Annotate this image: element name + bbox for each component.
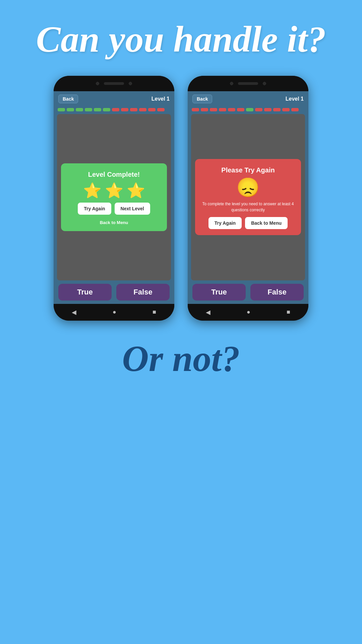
screen-left: Back Level 1 Level Co: [54, 91, 174, 304]
phone-top-bar-right: [188, 76, 308, 91]
success-buttons-row: Try Again Next Level: [78, 203, 150, 215]
nav-back-icon-right[interactable]: ◀: [206, 309, 210, 316]
star-1: ⭐: [83, 183, 102, 198]
next-level-button[interactable]: Next Level: [115, 203, 150, 215]
rseg-5: [228, 108, 235, 111]
rseg-2: [201, 108, 208, 111]
stars-row: ⭐ ⭐ ⭐: [83, 183, 145, 198]
true-button-left[interactable]: True: [58, 284, 112, 301]
screen-header-left: Back Level 1: [54, 91, 174, 107]
bottom-nav-right: ◀ ● ■: [188, 304, 308, 321]
try-again-button-left[interactable]: Try Again: [78, 203, 111, 215]
seg-5: [94, 108, 101, 111]
rseg-3: [210, 108, 217, 111]
rseg-9: [264, 108, 272, 111]
fail-buttons-row: Try Again Back to Menu: [208, 217, 288, 229]
back-to-menu-button-right[interactable]: Back to Menu: [245, 217, 288, 229]
seg-2: [67, 108, 74, 111]
false-button-left[interactable]: False: [116, 284, 170, 301]
screen-header-right: Back Level 1: [188, 91, 308, 107]
phones-row: Back Level 1 Level Co: [54, 76, 308, 321]
nav-home-icon-left[interactable]: ●: [113, 309, 116, 316]
seg-11: [148, 108, 156, 111]
seg-8: [121, 108, 128, 111]
back-button-right[interactable]: Back: [192, 95, 212, 103]
false-button-right[interactable]: False: [250, 284, 304, 301]
true-button-right[interactable]: True: [192, 284, 246, 301]
front-camera2-left: [129, 82, 132, 85]
level-label-right: Level 1: [286, 96, 304, 102]
phone-top-bar-left: [54, 76, 174, 91]
try-again-button-right[interactable]: Try Again: [208, 217, 242, 229]
level-label-left: Level 1: [152, 96, 170, 102]
seg-9: [130, 108, 137, 111]
back-button-left[interactable]: Back: [58, 95, 78, 103]
nav-square-icon-left[interactable]: ■: [153, 309, 156, 316]
success-card: Level Complete! ⭐ ⭐ ⭐ Try Again Next Lev…: [61, 163, 167, 231]
rseg-1: [192, 108, 199, 111]
nav-square-icon-right[interactable]: ■: [287, 309, 290, 316]
seg-6: [103, 108, 110, 111]
phone-right: Back Level 1 Please T: [188, 76, 308, 321]
headline: Can you handle it?: [36, 20, 326, 59]
progress-bar-right: [188, 107, 308, 114]
seg-12: [157, 108, 165, 111]
game-area-left: Level Complete! ⭐ ⭐ ⭐ Try Again Next Lev…: [57, 114, 171, 280]
rseg-8: [255, 108, 262, 111]
seg-7: [112, 108, 119, 111]
seg-10: [139, 108, 146, 111]
rseg-6: [237, 108, 244, 111]
phone-left: Back Level 1 Level Co: [54, 76, 174, 321]
rseg-12: [291, 108, 299, 111]
fail-card: Please Try Again 😞 To complete the level…: [195, 159, 301, 235]
nav-back-icon-left[interactable]: ◀: [72, 309, 76, 316]
rseg-10: [273, 108, 281, 111]
bottom-nav-left: ◀ ● ■: [54, 304, 174, 321]
front-camera2-right: [263, 82, 266, 85]
rseg-7: [246, 108, 253, 111]
bottom-headline: Or not?: [122, 337, 240, 380]
star-2: ⭐: [105, 183, 123, 198]
success-title: Level Complete!: [88, 171, 140, 178]
sad-face-icon: 😞: [236, 178, 260, 197]
speaker-right: [238, 82, 258, 85]
fail-title: Please Try Again: [221, 166, 275, 174]
bottom-buttons-right: True False: [188, 280, 308, 304]
screen-right: Back Level 1 Please T: [188, 91, 308, 304]
seg-1: [58, 108, 65, 111]
progress-bar-left: [54, 107, 174, 114]
seg-4: [85, 108, 92, 111]
fail-description: To complete the level you need to answer…: [200, 201, 296, 213]
front-camera-left: [96, 82, 99, 85]
game-area-right: Please Try Again 😞 To complete the level…: [191, 114, 305, 280]
front-camera-right: [230, 82, 233, 85]
speaker-left: [104, 82, 124, 85]
rseg-4: [219, 108, 226, 111]
rseg-11: [282, 108, 290, 111]
bottom-buttons-left: True False: [54, 280, 174, 304]
nav-home-icon-right[interactable]: ●: [247, 309, 250, 316]
back-to-menu-link-left[interactable]: Back to Menu: [100, 220, 128, 225]
star-3: ⭐: [127, 183, 145, 198]
seg-3: [76, 108, 83, 111]
